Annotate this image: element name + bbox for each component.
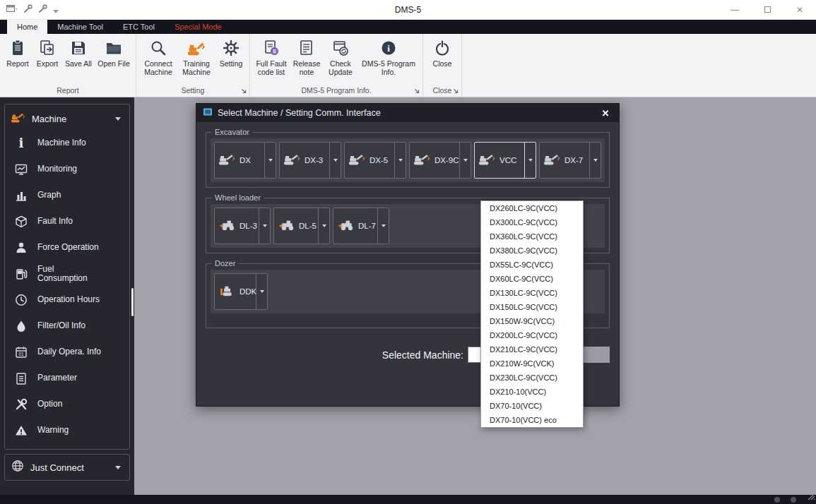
selected-machine-label: Selected Machine:	[382, 349, 463, 361]
chevron-down-icon	[382, 224, 386, 227]
dropdown-item[interactable]: DX70-10(VCC) eco	[481, 413, 583, 427]
maximize-button[interactable]	[751, 0, 784, 19]
dms5-program-info-button[interactable]: i DMS-5 Program Info.	[357, 36, 420, 86]
excavator-icon	[543, 152, 562, 169]
dropdown-arrow-button[interactable]	[259, 208, 270, 244]
dropdown-item[interactable]: DX70-10(VCC)	[481, 399, 583, 413]
excavator-icon	[413, 152, 432, 169]
sidebar-item-option[interactable]: Option	[5, 391, 129, 417]
machine-panel: Machine i Machine Info Monitoring	[4, 104, 130, 450]
tab-home[interactable]: Home	[7, 20, 47, 34]
qat-wrench-icon-1[interactable]	[23, 4, 32, 16]
save-all-button[interactable]: Save All	[62, 36, 95, 86]
refresh-document-icon	[331, 37, 350, 59]
dropdown-item[interactable]: DX210LC-9C(VCC)	[481, 342, 583, 356]
sidebar-item-graph[interactable]: Graph	[5, 182, 129, 208]
dropdown-arrow-button[interactable]	[256, 274, 267, 309]
tab-special-mode[interactable]: Special Mode	[165, 20, 232, 34]
machine-button-ddk[interactable]: DDK	[214, 273, 268, 310]
sidebar-item-fuel-consumption[interactable]: Fuel Consumption	[5, 260, 129, 287]
dialog-app-icon	[203, 107, 213, 119]
connect-machine-button[interactable]: Connect Machine	[139, 36, 177, 86]
dropdown-arrow-button[interactable]	[264, 143, 276, 178]
machine-button-dl7[interactable]: DL-7	[333, 208, 389, 244]
qat-chevron-down-icon[interactable]	[53, 4, 59, 16]
machine-button-dx7[interactable]: DX-7	[539, 142, 601, 179]
dropdown-item[interactable]: DX210W-9C(VCK)	[481, 356, 583, 371]
resize-grip[interactable]	[808, 491, 815, 503]
dialog-title-bar[interactable]: Select Machine / Setting Comm. Interface…	[196, 104, 619, 122]
sidebar-header-just-connect[interactable]: Just Connect	[5, 456, 129, 479]
document-icon	[297, 37, 316, 59]
dropdown-arrow-button[interactable]	[377, 208, 389, 244]
sidebar-item-machine-info[interactable]: i Machine Info	[5, 130, 129, 156]
dropdown-item[interactable]: DX360LC-9C(VCC)	[481, 229, 583, 244]
dropdown-arrow-button[interactable]	[524, 143, 536, 178]
dialog-launcher-icon[interactable]	[241, 88, 247, 94]
machine-button-dx9c[interactable]: DX-9C	[409, 142, 471, 179]
sidebar-item-filter-oil-info[interactable]: Filter/Oil Info	[5, 313, 129, 339]
magnifier-icon	[149, 37, 167, 59]
dropdown-arrow-button[interactable]	[589, 143, 601, 178]
dropdown-arrow-button[interactable]	[459, 143, 471, 178]
machine-button-dl3[interactable]: DL-3	[214, 208, 271, 244]
chevron-down-icon	[115, 466, 121, 469]
dialog-close-button[interactable]: ✕	[598, 108, 613, 119]
chevron-down-icon	[260, 290, 264, 293]
sidebar-item-parameter[interactable]: Parameter	[5, 365, 129, 391]
sidebar-item-operation-hours[interactable]: Operation Hours	[5, 287, 129, 313]
release-note-button[interactable]: Release note	[290, 36, 324, 86]
machine-button-dx5[interactable]: DX-5	[344, 142, 406, 179]
dropdown-item[interactable]: DX150LC-9C(VCC)	[481, 300, 583, 314]
chevron-down-icon	[398, 159, 403, 162]
sidebar-header-machine[interactable]: Machine	[5, 107, 129, 130]
sidebar-scrollbar-thumb[interactable]	[131, 288, 134, 316]
minimize-button[interactable]: —	[719, 0, 751, 19]
dropdown-item[interactable]: DX230LC-9C(VCC)	[481, 371, 583, 385]
close-button[interactable]: Close	[426, 36, 459, 86]
chevron-down-icon	[115, 117, 121, 121]
dropdown-arrow-button[interactable]	[318, 208, 329, 244]
open-file-button[interactable]: Open File	[95, 36, 133, 86]
chevron-down-icon	[263, 224, 267, 227]
dropdown-item[interactable]: DX260LC-9C(VCC)	[481, 201, 583, 215]
droplet-icon	[12, 319, 30, 333]
close-window-button[interactable]: ✕	[784, 0, 816, 19]
wheel-loader-icon	[337, 218, 356, 234]
dropdown-item[interactable]: DX55LC-9C(VCC)	[481, 258, 583, 272]
dropdown-item[interactable]: DX200LC-9C(VCC)	[481, 328, 583, 342]
tools-icon	[12, 397, 30, 412]
qat-wrench-icon-2[interactable]	[38, 4, 47, 16]
tab-machine-tool[interactable]: Machine Tool	[47, 20, 113, 34]
dropdown-item[interactable]: DX210-10(VCC)	[481, 385, 583, 399]
machine-button-dx3[interactable]: DX-3	[279, 142, 341, 179]
sidebar-item-warning[interactable]: Warning	[5, 417, 129, 443]
machine-button-vcc[interactable]: VCC	[474, 142, 536, 179]
dropdown-item[interactable]: DX300LC-9C(VCC)	[481, 215, 583, 229]
report-button[interactable]: Report	[3, 36, 32, 86]
setting-button[interactable]: Setting	[215, 36, 247, 86]
dropdown-arrow-button[interactable]	[394, 143, 406, 178]
dropdown-item[interactable]: DX150W-9C(VCC)	[481, 314, 583, 328]
sidebar-item-force-operation[interactable]: Force Operation	[5, 234, 129, 260]
tab-etc-tool[interactable]: ETC Tool	[113, 20, 165, 34]
sidebar: Machine i Machine Info Monitoring	[0, 97, 134, 495]
ribbon-group-setting: Connect Machine Training Machine Setting…	[136, 34, 250, 97]
export-button[interactable]: Export	[32, 36, 62, 86]
dropdown-arrow-button[interactable]	[329, 143, 341, 178]
dropdown-item[interactable]: DX380LC-9C(VCC)	[481, 244, 583, 258]
dialog-launcher-icon[interactable]	[414, 88, 420, 94]
dropdown-item[interactable]: DX60LC-9C(VCC)	[481, 272, 583, 286]
title-bar: DMS-5 — ✕	[0, 0, 816, 20]
sidebar-item-fault-info[interactable]: Fault Info	[5, 208, 129, 234]
machine-button-dl5[interactable]: DL-5	[273, 208, 330, 244]
sidebar-item-daily-opera-info[interactable]: 01 Daily Opera. Info	[5, 339, 129, 365]
full-fault-code-list-button[interactable]: Full Fault code list	[253, 36, 290, 86]
dropdown-item[interactable]: DX130LC-9C(VCC)	[481, 286, 583, 300]
dialog-launcher-icon[interactable]	[453, 88, 459, 94]
training-machine-button[interactable]: Training Machine	[177, 36, 215, 86]
sidebar-item-monitoring[interactable]: Monitoring	[5, 156, 129, 182]
machine-button-dx[interactable]: DX	[214, 142, 276, 179]
app-menu-icon[interactable]	[6, 4, 18, 16]
check-update-button[interactable]: Check Update	[324, 36, 357, 86]
